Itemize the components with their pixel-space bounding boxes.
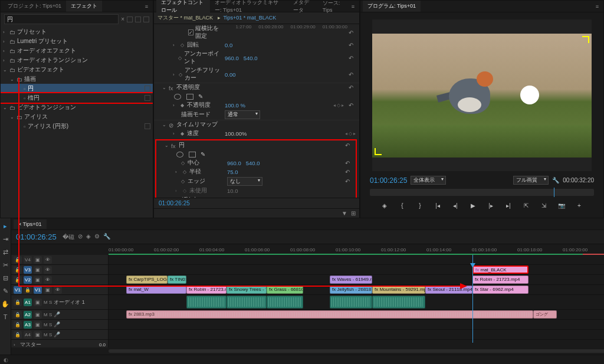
track-target[interactable]: V4: [24, 256, 32, 264]
clip[interactable]: fx Snowy Trees - 7328.mp4: [226, 286, 267, 294]
src-patch[interactable]: V1: [14, 286, 22, 294]
keyframe-toggle[interactable]: ◆: [179, 103, 185, 108]
track-lock[interactable]: 🔒: [14, 331, 22, 339]
antiflicker-value[interactable]: 0.00: [225, 71, 236, 78]
audio-clip[interactable]: ゴング: [533, 310, 557, 319]
pen-tool[interactable]: ✎: [0, 286, 11, 296]
tree-item[interactable]: ⌄🗀アイリス: [1, 112, 153, 122]
tree-item[interactable]: ⌄🗀描画: [1, 74, 153, 84]
reset-icon[interactable]: ↶: [343, 178, 352, 185]
hand-tool[interactable]: ✋: [0, 299, 11, 309]
mark-in-button[interactable]: {: [396, 200, 409, 211]
track-eye[interactable]: 👁: [54, 286, 62, 294]
mask-ellipse-icon[interactable]: [176, 152, 183, 158]
reset-icon[interactable]: ↶: [343, 169, 352, 175]
program-timecode[interactable]: 01:00:26:25: [370, 176, 407, 185]
track-toggle[interactable]: ▣: [34, 256, 42, 264]
clip-mat-black[interactable]: fx mat_BLACK: [472, 265, 528, 274]
tab-program[interactable]: プログラム: Tips+01: [363, 1, 421, 12]
clip[interactable]: fx CarpTIPS_LOGO_21040: [126, 276, 168, 284]
clip[interactable]: fx Grass - 66810.mp4: [267, 286, 303, 294]
mute-solo[interactable]: M S: [44, 332, 52, 337]
track-toggle[interactable]: ▣: [44, 286, 52, 294]
track-eye[interactable]: 👁: [44, 266, 52, 274]
fx-toggle[interactable]: ⊘: [169, 122, 175, 128]
track-lock[interactable]: 🔒: [14, 299, 22, 306]
track-target[interactable]: A3: [24, 321, 32, 329]
preset-badge-2[interactable]: [135, 17, 141, 22]
mute-solo[interactable]: M S: [44, 300, 52, 305]
center-x[interactable]: 960.0: [227, 160, 241, 166]
tab-project[interactable]: プロジェクト: Tips+01: [3, 1, 66, 12]
clip[interactable]: fx TIN01: [168, 276, 186, 284]
track-eye[interactable]: 👁: [44, 256, 52, 264]
rotation-value[interactable]: 0.0: [225, 42, 232, 48]
snap-icon[interactable]: �磁: [63, 233, 74, 241]
clip[interactable]: fx Robin - 21723.mp4: [472, 276, 528, 284]
reset-icon[interactable]: ↶: [346, 71, 356, 78]
playhead[interactable]: [472, 255, 473, 343]
selection-tool[interactable]: ▸: [0, 221, 11, 231]
tree-item[interactable]: ▫円: [1, 84, 153, 93]
zoom-dropdown[interactable]: 全体表示: [411, 176, 446, 185]
track-target[interactable]: V1: [34, 286, 42, 294]
clip[interactable]: fx Jellyfish - 26818.mp4: [330, 286, 372, 294]
audio-clip[interactable]: [226, 296, 267, 309]
track-toggle[interactable]: ▣: [34, 266, 42, 274]
audio-clip[interactable]: [330, 296, 372, 309]
panel-menu-icon[interactable]: ≡: [349, 4, 357, 9]
bin-icon[interactable]: ⊞: [351, 210, 356, 217]
sequence-tab[interactable]: × Tips+01: [14, 219, 47, 229]
mask-rect-icon[interactable]: [186, 94, 193, 100]
track-target[interactable]: V3: [24, 266, 32, 274]
track-lock[interactable]: 🔒: [14, 266, 22, 274]
edge-dropdown[interactable]: なし: [227, 177, 262, 186]
mute-solo[interactable]: M S: [44, 312, 52, 317]
panel-menu-icon[interactable]: ≡: [593, 4, 601, 9]
track-eye[interactable]: 👁: [44, 276, 52, 284]
mask-pen-icon[interactable]: ✎: [198, 93, 203, 100]
keyframe-toggle[interactable]: ◇: [179, 42, 185, 48]
timeline-timecode[interactable]: 01:00:26:25: [16, 232, 57, 241]
keyframe-toggle[interactable]: ◇: [180, 160, 186, 166]
reset-icon[interactable]: ↶: [346, 42, 356, 48]
export-frame-button[interactable]: 📷: [555, 200, 568, 211]
tree-item[interactable]: ›🗀オーディオエフェクト: [1, 46, 153, 55]
filter-icon[interactable]: ▼: [342, 210, 347, 217]
mask-pen-icon[interactable]: ✎: [201, 151, 205, 158]
panel-menu-icon[interactable]: ≡: [143, 4, 150, 9]
track-lock[interactable]: 🔒: [24, 286, 32, 294]
track-target[interactable]: V2: [24, 276, 32, 284]
tree-item[interactable]: ⌄🗀ビデオエフェクト: [1, 65, 153, 74]
center-y[interactable]: 540.0: [246, 160, 260, 166]
keyframe-toggle[interactable]: ◇: [180, 179, 186, 184]
keyframe-toggle[interactable]: ◇: [178, 72, 183, 77]
wrench-icon[interactable]: 🔧: [552, 177, 559, 183]
reset-icon[interactable]: ↶: [346, 84, 356, 91]
clip[interactable]: fx Seoul - 21118.mp4: [425, 286, 472, 294]
type-tool[interactable]: T: [0, 311, 11, 322]
track-toggle[interactable]: ▣: [34, 311, 42, 319]
reset-icon[interactable]: ↶: [346, 102, 356, 109]
effects-search-input[interactable]: [4, 14, 119, 24]
tree-item[interactable]: ▫楕円: [1, 93, 153, 103]
go-in-button[interactable]: |◂: [431, 200, 444, 211]
mic-icon[interactable]: 🎤: [54, 311, 60, 317]
track-target[interactable]: A1: [24, 299, 32, 306]
tree-item[interactable]: ›🗀オーディオトランジション: [1, 55, 153, 65]
reset-icon[interactable]: ↶: [346, 55, 356, 61]
go-out-button[interactable]: ▸|: [502, 200, 515, 211]
audio-clip[interactable]: [186, 296, 226, 309]
preset-badge-3[interactable]: [143, 17, 149, 22]
clip-link[interactable]: Tips+01 * mat_BLACK: [223, 15, 276, 21]
step-back-button[interactable]: ◂|: [449, 200, 462, 211]
mask-ellipse-icon[interactable]: [174, 94, 181, 100]
master-level[interactable]: 0.0: [99, 342, 106, 347]
timeline-zoom-scrollbar[interactable]: [109, 349, 604, 353]
wrench-icon[interactable]: 🔧: [103, 233, 110, 241]
keyframe-toggle[interactable]: ◇: [182, 169, 188, 175]
track-select-tool[interactable]: ⇥: [0, 234, 11, 244]
clip[interactable]: fx Star - 6962.mp4: [472, 286, 528, 294]
play-button[interactable]: ▶: [467, 200, 480, 211]
button-editor[interactable]: +: [573, 200, 586, 211]
